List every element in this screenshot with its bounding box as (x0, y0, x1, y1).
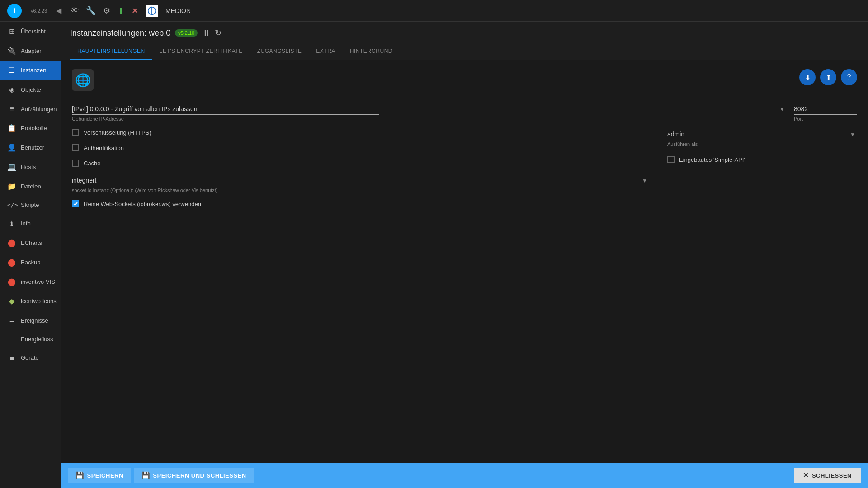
left-column: Verschlüsselung (HTTPS) Authentifikation… (72, 129, 649, 216)
objekte-icon: ◈ (7, 85, 16, 94)
adapter-icon-large: 🌐 (72, 69, 97, 94)
sidebar-item-backup[interactable]: ⬤ Backup (0, 253, 61, 272)
footer: 💾 SPEICHERN 💾 SPEICHERN UND SCHLIESSEN ✕… (61, 463, 868, 488)
port-input[interactable] (794, 103, 857, 115)
wrench-icon[interactable]: 🔧 (86, 6, 96, 16)
checkbox-verschluesselung-row: Verschlüsselung (HTTPS) (72, 129, 649, 136)
close-icon: ✕ (803, 471, 809, 479)
tab-hintergrund[interactable]: HINTERGRUND (343, 43, 400, 60)
cache-label: Cache (84, 160, 101, 167)
help-button[interactable]: ? (841, 69, 857, 85)
icontwo-icon: ◆ (7, 297, 16, 305)
inventwo-vis-icon: ⬤ (7, 277, 16, 286)
ip-dropdown-arrow: ▼ (779, 106, 785, 113)
sidebar-toggle[interactable]: ◀ (56, 6, 61, 15)
sidebar-item-protokolle[interactable]: 📋 Protokolle (0, 118, 61, 138)
ip-label: Gebundene IP-Adresse (72, 116, 787, 122)
hosts-icon: 💻 (7, 163, 16, 171)
download-button[interactable]: ⬇ (799, 69, 816, 85)
sidebar-item-aufzaehlungen[interactable]: ≡ Aufzählungen (0, 99, 61, 118)
sidebar-item-uebersicht[interactable]: ⊞ Übersicht (0, 22, 61, 41)
socketio-dropdown-arrow: ▼ (642, 178, 647, 184)
sidebar-item-energiefluss[interactable]: Energiefluss (0, 330, 61, 348)
port-field: Port (794, 103, 857, 122)
action-buttons-top: ⬇ ⬆ ? (799, 69, 857, 85)
ausfuehren-als-field: admin ▼ Ausführen als (667, 129, 857, 147)
ausfuehren-als-label: Ausführen als (667, 141, 857, 147)
up-arrow-icon[interactable]: ⬆ (118, 6, 124, 16)
websockets-label: Reine Web-Sockets (iobroker.ws) verwende… (84, 201, 201, 207)
ip-port-row: ▼ Gebundene IP-Adresse Port (72, 103, 857, 122)
content-area: Instanzeinstellungen: web.0 v5.2.10 ⏸ ↻ … (61, 22, 868, 488)
main-layout: ⊞ Übersicht 🔌 Adapter ☰ Instanzen ◈ Obje… (0, 22, 868, 488)
sidebar-item-objekte[interactable]: ◈ Objekte (0, 80, 61, 99)
sidebar-item-icontwo-icons[interactable]: ◆ icontwo Icons (0, 291, 61, 311)
app-version: v6.2.23 (31, 8, 47, 14)
checkbox-authentifikation[interactable] (72, 144, 79, 151)
skripte-icon: </> (7, 202, 16, 208)
instance-logo (146, 5, 158, 17)
checkbox-authentifikation-row: Authentifikation (72, 144, 649, 151)
settings-icon[interactable]: ⚙ (103, 6, 110, 16)
sidebar-item-hosts[interactable]: 💻 Hosts (0, 157, 61, 177)
pause-button[interactable]: ⏸ (202, 28, 210, 38)
right-column: admin ▼ Ausführen als Eingebautes 'Simpl… (667, 129, 857, 171)
sidebar-item-instanzen[interactable]: ☰ Instanzen (0, 61, 61, 80)
sidebar-item-skripte[interactable]: </> Skripte (0, 196, 61, 214)
socketio-select[interactable]: integriert (72, 175, 208, 186)
benutzer-icon: 👤 (7, 143, 16, 152)
sidebar-item-benutzer[interactable]: 👤 Benutzer (0, 138, 61, 157)
uebersicht-icon: ⊞ (7, 27, 16, 36)
socketio-label: socket.io Instanz (Optional): (Wird von … (72, 188, 649, 193)
page-title-row: Instanzeinstellungen: web.0 v5.2.10 ⏸ ↻ (70, 28, 859, 38)
tab-extra[interactable]: EXTRA (309, 43, 343, 60)
sidebar-item-adapter[interactable]: 🔌 Adapter (0, 41, 61, 61)
checkbox-cache[interactable] (72, 160, 79, 167)
dateien-icon: 📁 (7, 182, 16, 191)
cross-icon[interactable]: ✕ (132, 6, 138, 16)
header-icons: 👁 🔧 ⚙ ⬆ ✕ MEDION (71, 5, 191, 17)
medion-label: MEDION (165, 7, 191, 14)
adapter-icon-inner: 🌐 (72, 69, 94, 91)
sidebar-item-echarts[interactable]: ⬤ ECharts (0, 233, 61, 253)
save-close-label: SPEICHERN UND SCHLIESSEN (153, 472, 246, 479)
close-button[interactable]: ✕ SCHLIESSEN (794, 468, 861, 483)
save-close-button[interactable]: 💾 SPEICHERN UND SCHLIESSEN (134, 468, 254, 483)
sidebar: ⊞ Übersicht 🔌 Adapter ☰ Instanzen ◈ Obje… (0, 22, 61, 488)
sidebar-item-inventwo-vis[interactable]: ⬤ inventwo VIS (0, 272, 61, 291)
ip-select[interactable] (72, 103, 379, 115)
checkbox-websockets[interactable] (72, 200, 79, 207)
checkbox-verschluesselung[interactable] (72, 129, 79, 136)
upload-icon: ⬆ (826, 73, 831, 82)
tab-letsencrypt[interactable]: LET'S ENCRYPT ZERTIFIKATE (152, 43, 250, 60)
ausfuehren-als-arrow: ▼ (850, 131, 855, 138)
info-icon: ℹ (7, 219, 16, 228)
save-label: SPEICHERN (87, 472, 123, 479)
save-icon: 💾 (75, 471, 85, 479)
ereignisse-icon: ≣ (7, 316, 16, 325)
tab-haupteinstellungen[interactable]: HAUPTEINSTELLUNGEN (70, 43, 152, 60)
ip-select-wrapper: ▼ (72, 103, 787, 115)
close-label: SCHLIESSEN (812, 472, 852, 479)
page-header: Instanzeinstellungen: web.0 v5.2.10 ⏸ ↻ … (61, 22, 868, 60)
refresh-button[interactable]: ↻ (215, 28, 222, 38)
sidebar-item-ereignisse[interactable]: ≣ Ereignisse (0, 311, 61, 330)
backup-icon: ⬤ (7, 258, 16, 267)
simpleapi-label: Eingebautes 'Simple-API' (679, 156, 745, 163)
eye-icon[interactable]: 👁 (71, 6, 79, 15)
header: i v6.2.23 ◀ 👁 🔧 ⚙ ⬆ ✕ MEDION (0, 0, 868, 22)
sidebar-item-geraete[interactable]: 🖥 Geräte (0, 348, 61, 367)
sidebar-item-info[interactable]: ℹ Info (0, 214, 61, 233)
aufzaehlungen-icon: ≡ (7, 105, 16, 113)
save-button[interactable]: 💾 SPEICHERN (68, 468, 131, 483)
save-close-icon: 💾 (142, 471, 151, 479)
sidebar-item-dateien[interactable]: 📁 Dateien (0, 177, 61, 196)
checkbox-simpleapi[interactable] (667, 156, 675, 163)
upload-button[interactable]: ⬆ (820, 69, 836, 85)
checkbox-websockets-row: Reine Web-Sockets (iobroker.ws) verwende… (72, 200, 649, 207)
checkbox-simpleapi-row: Eingebautes 'Simple-API' (667, 156, 857, 163)
socketio-row: integriert ▼ socket.io Instanz (Optional… (72, 175, 649, 193)
tab-zugangsliste[interactable]: ZUGANGSLISTE (250, 43, 309, 60)
download-icon: ⬇ (805, 73, 811, 82)
ausfuehren-als-select[interactable]: admin (667, 129, 767, 140)
